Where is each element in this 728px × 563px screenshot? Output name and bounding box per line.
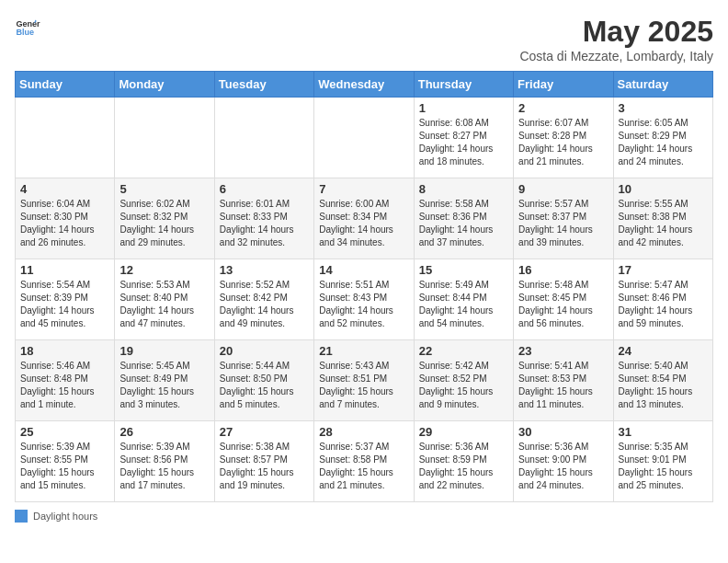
week-row-3: 11Sunrise: 5:54 AM Sunset: 8:39 PM Dayli… (16, 259, 713, 340)
day-cell: 26Sunrise: 5:39 AM Sunset: 8:56 PM Dayli… (115, 421, 214, 502)
day-info: Sunrise: 5:46 AM Sunset: 8:48 PM Dayligh… (20, 360, 109, 411)
day-info: Sunrise: 6:02 AM Sunset: 8:32 PM Dayligh… (119, 198, 209, 249)
weekday-header-sunday: Sunday (16, 72, 115, 98)
day-number: 9 (518, 182, 608, 196)
day-cell: 21Sunrise: 5:43 AM Sunset: 8:51 PM Dayli… (314, 340, 414, 421)
day-number: 29 (419, 425, 508, 439)
day-info: Sunrise: 6:00 AM Sunset: 8:34 PM Dayligh… (319, 198, 408, 249)
day-cell: 11Sunrise: 5:54 AM Sunset: 8:39 PM Dayli… (16, 259, 115, 340)
day-cell: 3Sunrise: 6:05 AM Sunset: 8:29 PM Daylig… (613, 98, 712, 178)
day-info: Sunrise: 5:55 AM Sunset: 8:38 PM Dayligh… (619, 198, 708, 249)
day-info: Sunrise: 6:07 AM Sunset: 8:28 PM Dayligh… (518, 117, 608, 168)
day-info: Sunrise: 5:53 AM Sunset: 8:40 PM Dayligh… (119, 279, 209, 330)
week-row-4: 18Sunrise: 5:46 AM Sunset: 8:48 PM Dayli… (16, 340, 713, 421)
day-info: Sunrise: 5:35 AM Sunset: 9:01 PM Dayligh… (619, 441, 708, 492)
day-number: 15 (419, 263, 508, 277)
day-number: 31 (619, 425, 708, 439)
day-cell: 25Sunrise: 5:39 AM Sunset: 8:55 PM Dayli… (16, 421, 115, 502)
day-number: 22 (419, 344, 508, 358)
day-number: 26 (119, 425, 209, 439)
day-cell: 30Sunrise: 5:36 AM Sunset: 9:00 PM Dayli… (514, 421, 613, 502)
weekday-header-thursday: Thursday (414, 72, 513, 98)
day-cell: 31Sunrise: 5:35 AM Sunset: 9:01 PM Dayli… (613, 421, 712, 502)
day-number: 10 (619, 182, 708, 196)
day-cell: 27Sunrise: 5:38 AM Sunset: 8:57 PM Dayli… (214, 421, 313, 502)
day-info: Sunrise: 6:01 AM Sunset: 8:33 PM Dayligh… (220, 198, 309, 249)
page-header: General Blue May 2025 Costa di Mezzate, … (15, 15, 713, 63)
day-cell: 24Sunrise: 5:40 AM Sunset: 8:54 PM Dayli… (613, 340, 712, 421)
daylight-label: Daylight hours (33, 511, 97, 522)
week-row-5: 25Sunrise: 5:39 AM Sunset: 8:55 PM Dayli… (16, 421, 713, 502)
day-info: Sunrise: 5:45 AM Sunset: 8:49 PM Dayligh… (119, 360, 209, 411)
day-number: 18 (20, 344, 109, 358)
week-row-2: 4Sunrise: 6:04 AM Sunset: 8:30 PM Daylig… (16, 178, 713, 259)
day-cell: 2Sunrise: 6:07 AM Sunset: 8:28 PM Daylig… (514, 98, 613, 178)
day-cell: 5Sunrise: 6:02 AM Sunset: 8:32 PM Daylig… (115, 178, 214, 259)
day-info: Sunrise: 5:44 AM Sunset: 8:50 PM Dayligh… (220, 360, 309, 411)
day-number: 27 (220, 425, 309, 439)
day-cell: 14Sunrise: 5:51 AM Sunset: 8:43 PM Dayli… (314, 259, 414, 340)
weekday-header-row: SundayMondayTuesdayWednesdayThursdayFrid… (16, 72, 713, 98)
svg-text:General: General (16, 19, 40, 29)
daylight-color-box (15, 510, 28, 523)
day-number: 24 (619, 344, 708, 358)
day-cell: 12Sunrise: 5:53 AM Sunset: 8:40 PM Dayli… (115, 259, 214, 340)
day-number: 5 (119, 182, 209, 196)
day-number: 17 (619, 263, 708, 277)
day-cell: 4Sunrise: 6:04 AM Sunset: 8:30 PM Daylig… (16, 178, 115, 259)
day-info: Sunrise: 5:37 AM Sunset: 8:58 PM Dayligh… (319, 441, 408, 492)
weekday-header-tuesday: Tuesday (214, 72, 313, 98)
day-number: 19 (119, 344, 209, 358)
day-cell: 18Sunrise: 5:46 AM Sunset: 8:48 PM Dayli… (16, 340, 115, 421)
day-cell: 10Sunrise: 5:55 AM Sunset: 8:38 PM Dayli… (613, 178, 712, 259)
day-cell (214, 98, 313, 178)
day-info: Sunrise: 5:39 AM Sunset: 8:56 PM Dayligh… (119, 441, 209, 492)
day-number: 4 (20, 182, 109, 196)
day-number: 11 (20, 263, 109, 277)
day-info: Sunrise: 5:54 AM Sunset: 8:39 PM Dayligh… (20, 279, 109, 330)
day-cell: 15Sunrise: 5:49 AM Sunset: 8:44 PM Dayli… (414, 259, 513, 340)
day-cell: 13Sunrise: 5:52 AM Sunset: 8:42 PM Dayli… (214, 259, 313, 340)
week-row-1: 1Sunrise: 6:08 AM Sunset: 8:27 PM Daylig… (16, 98, 713, 178)
day-info: Sunrise: 5:39 AM Sunset: 8:55 PM Dayligh… (20, 441, 109, 492)
svg-text:Blue: Blue (16, 28, 34, 37)
day-number: 30 (518, 425, 608, 439)
logo-icon: General Blue (15, 15, 40, 40)
day-cell: 23Sunrise: 5:41 AM Sunset: 8:53 PM Dayli… (514, 340, 613, 421)
day-cell: 19Sunrise: 5:45 AM Sunset: 8:49 PM Dayli… (115, 340, 214, 421)
day-info: Sunrise: 5:52 AM Sunset: 8:42 PM Dayligh… (220, 279, 309, 330)
day-cell: 1Sunrise: 6:08 AM Sunset: 8:27 PM Daylig… (414, 98, 513, 178)
day-cell: 20Sunrise: 5:44 AM Sunset: 8:50 PM Dayli… (214, 340, 313, 421)
day-info: Sunrise: 6:08 AM Sunset: 8:27 PM Dayligh… (419, 117, 508, 168)
day-cell: 22Sunrise: 5:42 AM Sunset: 8:52 PM Dayli… (414, 340, 513, 421)
weekday-header-monday: Monday (115, 72, 214, 98)
day-number: 13 (220, 263, 309, 277)
day-info: Sunrise: 5:48 AM Sunset: 8:45 PM Dayligh… (518, 279, 608, 330)
footer: Daylight hours (15, 510, 713, 523)
month-title: May 2025 (519, 15, 713, 49)
calendar-table: SundayMondayTuesdayWednesdayThursdayFrid… (15, 71, 713, 502)
day-number: 28 (319, 425, 408, 439)
day-info: Sunrise: 5:36 AM Sunset: 8:59 PM Dayligh… (419, 441, 508, 492)
day-info: Sunrise: 6:04 AM Sunset: 8:30 PM Dayligh… (20, 198, 109, 249)
day-number: 1 (419, 101, 508, 115)
day-info: Sunrise: 5:51 AM Sunset: 8:43 PM Dayligh… (319, 279, 408, 330)
day-cell: 17Sunrise: 5:47 AM Sunset: 8:46 PM Dayli… (613, 259, 712, 340)
location-text: Costa di Mezzate, Lombardy, Italy (519, 49, 713, 63)
weekday-header-saturday: Saturday (613, 72, 712, 98)
day-number: 20 (220, 344, 309, 358)
weekday-header-friday: Friday (514, 72, 613, 98)
day-number: 16 (518, 263, 608, 277)
logo: General Blue (15, 15, 40, 40)
day-info: Sunrise: 5:49 AM Sunset: 8:44 PM Dayligh… (419, 279, 508, 330)
day-number: 25 (20, 425, 109, 439)
day-number: 21 (319, 344, 408, 358)
day-info: Sunrise: 5:38 AM Sunset: 8:57 PM Dayligh… (220, 441, 309, 492)
day-cell: 9Sunrise: 5:57 AM Sunset: 8:37 PM Daylig… (514, 178, 613, 259)
day-number: 3 (619, 101, 708, 115)
day-cell (314, 98, 414, 178)
day-info: Sunrise: 5:58 AM Sunset: 8:36 PM Dayligh… (419, 198, 508, 249)
day-info: Sunrise: 5:40 AM Sunset: 8:54 PM Dayligh… (619, 360, 708, 411)
day-number: 14 (319, 263, 408, 277)
day-cell (16, 98, 115, 178)
